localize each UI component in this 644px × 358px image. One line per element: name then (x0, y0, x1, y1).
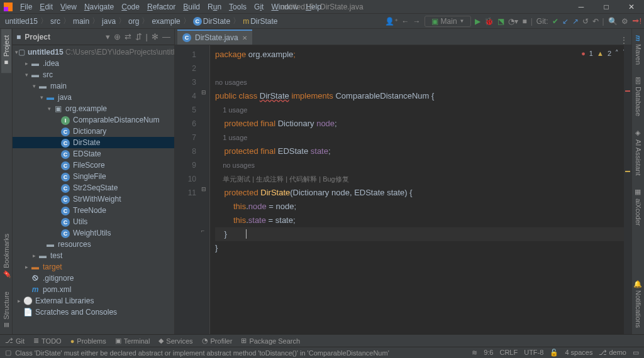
memory-indicator[interactable]: ▭ (633, 349, 639, 357)
menu-navigate[interactable]: Navigate (80, 1, 118, 13)
crumb-1[interactable]: src (50, 17, 60, 26)
right-tab-aixcoder[interactable]: ▦ aiXcoder (633, 182, 643, 232)
tab-list-icon[interactable]: ⋮ (620, 36, 631, 45)
tree-test[interactable]: ▸▬test (13, 250, 174, 261)
push-icon[interactable]: ↗ (572, 17, 579, 26)
tree-src[interactable]: ▾▬src (13, 69, 174, 80)
collapse-icon[interactable]: ⇵ (135, 32, 142, 41)
tree-gitignore[interactable]: 🛇.gitignore (13, 273, 174, 284)
right-tab-aiassistant[interactable]: ◈ AI Assistant (633, 122, 643, 182)
close-tab-icon[interactable]: ✕ (242, 35, 247, 41)
indent[interactable]: 4 spaces (565, 349, 592, 357)
menu-build[interactable]: Build (179, 1, 204, 13)
encoding[interactable]: UTF-8 (524, 349, 543, 357)
left-tab-bookmarks[interactable]: 🔖 Bookmarks (1, 227, 11, 285)
fold-icon[interactable]: ⊟ (201, 186, 206, 192)
fold-icon[interactable]: ⊟ (201, 89, 206, 95)
crumb-2[interactable]: main (73, 17, 89, 26)
back-icon[interactable]: ← (402, 17, 409, 26)
search-icon[interactable]: 🔍 (608, 17, 618, 26)
run-icon[interactable]: ▶ (475, 17, 480, 26)
menu-file[interactable]: File (16, 1, 36, 13)
chevron-down-icon[interactable]: ▾ (106, 32, 110, 41)
tree-class-Utils[interactable]: CUtils (13, 216, 174, 227)
close-button[interactable]: ✕ (619, 0, 644, 14)
update-icon[interactable]: ↙ (562, 17, 569, 26)
line-ending[interactable]: CRLF (499, 349, 518, 357)
settings-icon[interactable]: ⚙ (621, 17, 628, 26)
git-branch[interactable]: ⎇ demo (599, 349, 626, 357)
minimize-button[interactable]: ─ (569, 0, 594, 14)
caret-position[interactable]: 9:6 (484, 349, 493, 357)
run-config-dropdown[interactable]: ▣ Main ▼ (425, 16, 472, 27)
bottom-tab-terminal[interactable]: ▣ Terminal (115, 337, 150, 345)
tree-class-DirState[interactable]: CDirState (13, 137, 174, 148)
tree-resources[interactable]: ▬resources (13, 239, 174, 250)
up-icon[interactable]: ˄ (615, 49, 619, 57)
tree-class-ComparableDistanceNum[interactable]: IComparableDistanceNum (13, 114, 174, 126)
rollback-icon[interactable]: ↶ (592, 17, 599, 26)
crumb-3[interactable]: java (102, 17, 116, 26)
menu-refactor[interactable]: Refactor (143, 1, 179, 13)
fold-end-icon[interactable]: ⌐ (201, 227, 204, 234)
tree-pkg[interactable]: ▾▣org.example (13, 103, 174, 114)
menu-tools[interactable]: Tools (225, 1, 250, 13)
menu-git[interactable]: Git (250, 1, 267, 13)
code-area[interactable]: 1234567891011 ⊟ ⊟ ⌐ package org.example;… (175, 45, 631, 334)
menu-edit[interactable]: Edit (36, 1, 57, 13)
bottom-tab-packagesearch[interactable]: ⊞ Package Search (241, 337, 300, 345)
tree-target[interactable]: ▸▬target (13, 261, 174, 273)
tree-class-StrWithWeight[interactable]: CStrWithWeight (13, 193, 174, 205)
tree-class-WeightUtils[interactable]: CWeightUtils (13, 227, 174, 239)
tree-root[interactable]: ▾▢untitled15 C:\Users\EDY\IdeaProjects\u… (13, 46, 174, 58)
gear-icon[interactable]: ✻ (152, 32, 158, 41)
fold-gutter[interactable]: ⊟ ⊟ ⌐ (201, 45, 210, 334)
readonly-icon[interactable]: 🔓 (550, 349, 558, 357)
crumb-6[interactable]: DirState (203, 17, 230, 26)
bottom-tab-git[interactable]: ⎇ Git (5, 337, 25, 345)
crumb-0[interactable]: untitled15 (5, 17, 38, 26)
right-tab-notifications[interactable]: 🔔 Notifications (633, 273, 643, 334)
forward-icon[interactable]: → (413, 17, 421, 26)
select-opened-icon[interactable]: ⊕ (114, 32, 121, 41)
debug-icon[interactable]: 🐞 (484, 17, 494, 26)
left-tab-project[interactable]: ■ Project (1, 29, 11, 73)
error-stripe[interactable] (624, 45, 631, 334)
bottom-tab-profiler[interactable]: ◔ Profiler (202, 337, 233, 345)
codelens[interactable]: 单元测试 | 生成注释 | 代码解释 | Bug修复 (223, 175, 348, 183)
history-icon[interactable]: ↺ (582, 17, 589, 26)
tree-scratches[interactable]: 📄Scratches and Consoles (13, 306, 174, 318)
source-code[interactable]: package org.example; no usagespublic cla… (210, 45, 631, 334)
breadcrumb[interactable]: untitled15〉 src〉 main〉 java〉 org〉 exampl… (3, 16, 280, 26)
tree-main[interactable]: ▾▬main (13, 80, 174, 92)
tree-class-Str2SeqState[interactable]: CStr2SeqState (13, 182, 174, 193)
tree-java[interactable]: ▾▬java (13, 92, 174, 103)
editor-tab-DirState[interactable]: C DirState.java ✕ (177, 30, 252, 45)
project-dropdown-icon[interactable]: ■ (16, 33, 21, 41)
bottom-tab-problems[interactable]: ● Problems (70, 337, 106, 345)
bottom-tab-todo[interactable]: ≣ TODO (33, 337, 62, 345)
project-tree[interactable]: ▾▢untitled15 C:\Users\EDY\IdeaProjects\u… (13, 45, 174, 334)
stop-icon[interactable]: ■ (522, 17, 526, 26)
error-nav-icon[interactable]: ⮕! (632, 17, 641, 26)
menu-view[interactable]: View (57, 1, 80, 13)
statusbar-icon[interactable]: ▢ (5, 349, 11, 357)
crumb-4[interactable]: org (128, 17, 139, 26)
ai-indicator[interactable]: ≋ (472, 349, 477, 357)
tree-class-Dictionary[interactable]: CDictionary (13, 126, 174, 137)
commit-icon[interactable]: ✔ (552, 17, 558, 26)
maximize-button[interactable]: □ (594, 0, 619, 14)
bottom-tab-services[interactable]: ◆ Services (158, 337, 192, 345)
tree-class-EDState[interactable]: CEDState (13, 148, 174, 160)
inspections-widget[interactable]: ●1 ▲2 ˄ ˅ (581, 49, 626, 57)
profile-icon[interactable]: ◔▾ (508, 17, 518, 26)
coverage-icon[interactable]: ⬔ (497, 17, 504, 26)
tree-pom[interactable]: mpom.xml (13, 284, 174, 295)
menu-run[interactable]: Run (204, 1, 225, 13)
tree-ext-lib[interactable]: ▸⚪External Libraries (13, 295, 174, 306)
expand-icon[interactable]: ⇄ (125, 32, 131, 41)
menu-code[interactable]: Code (118, 1, 143, 13)
tree-class-TreeNode[interactable]: CTreeNode (13, 205, 174, 216)
tree-class-FileScore[interactable]: CFileScore (13, 160, 174, 171)
right-tab-database[interactable]: 🗄 Database (633, 71, 643, 122)
